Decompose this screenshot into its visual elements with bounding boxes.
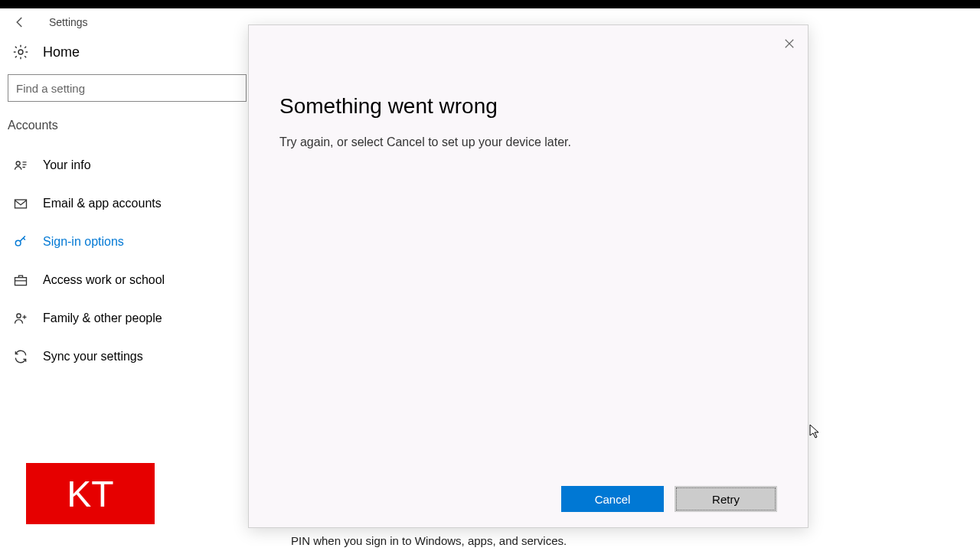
close-icon[interactable] <box>782 36 797 51</box>
dialog-message: Try again, or select Cancel to set up yo… <box>279 135 777 149</box>
search-placeholder: Find a setting <box>16 82 85 95</box>
nav-item-label: Family & other people <box>43 311 162 325</box>
key-icon <box>12 233 29 250</box>
svg-rect-2 <box>15 200 27 208</box>
dialog-title: Something went wrong <box>279 94 777 119</box>
error-dialog: Something went wrong Try again, or selec… <box>248 24 808 528</box>
briefcase-icon <box>12 272 29 289</box>
gear-icon <box>12 44 29 60</box>
search-input[interactable]: Find a setting <box>8 74 247 102</box>
nav-item-label: Access work or school <box>43 273 165 287</box>
kt-logo: KT <box>26 463 155 524</box>
window-title: Settings <box>49 16 88 28</box>
back-arrow-icon[interactable] <box>12 15 28 30</box>
svg-rect-4 <box>15 278 27 285</box>
mouse-cursor-icon <box>809 424 822 439</box>
person-card-icon <box>12 157 29 174</box>
retry-button[interactable]: Retry <box>675 486 777 512</box>
nav-item-label: Sync your settings <box>43 350 143 364</box>
top-black-bar <box>0 0 980 8</box>
svg-point-3 <box>15 240 21 246</box>
svg-point-5 <box>17 314 21 318</box>
background-pin-text: PIN when you sign in to Windows, apps, a… <box>291 534 567 547</box>
envelope-icon <box>12 195 29 212</box>
nav-item-label: Email & app accounts <box>43 197 162 210</box>
cancel-button[interactable]: Cancel <box>561 486 664 512</box>
nav-item-label: Sign-in options <box>43 235 124 249</box>
home-label: Home <box>43 44 80 60</box>
nav-item-label: Your info <box>43 158 91 172</box>
kt-logo-text: KT <box>67 473 113 515</box>
sync-icon <box>12 348 29 365</box>
people-plus-icon <box>12 310 29 327</box>
svg-point-0 <box>18 50 23 54</box>
svg-point-1 <box>16 161 20 165</box>
